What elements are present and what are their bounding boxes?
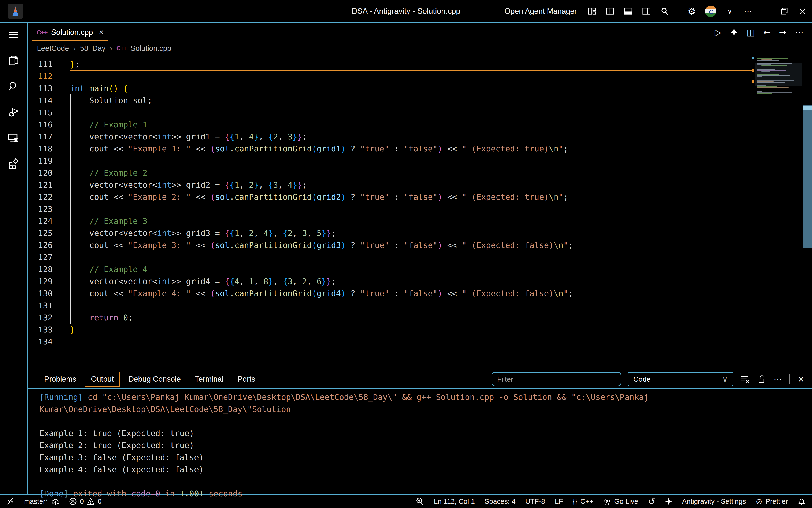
panel-tab-terminal[interactable]: Terminal xyxy=(189,372,229,386)
settings-gear-icon[interactable]: ⚙ xyxy=(687,6,697,16)
clear-output-icon[interactable] xyxy=(740,374,750,384)
customize-layout-icon[interactable] xyxy=(587,6,597,16)
line-number: 130 xyxy=(28,289,53,298)
chevron-down-icon[interactable]: ∨ xyxy=(725,6,734,16)
line-number: 134 xyxy=(28,337,53,346)
language-mode-status[interactable]: {} C++ xyxy=(573,498,593,505)
encoding-status[interactable]: UTF-8 xyxy=(525,498,545,505)
more-actions-icon[interactable]: ⋯ xyxy=(795,27,804,37)
eol-status[interactable]: LF xyxy=(555,498,563,505)
code-line: 122 cout << "Example 2: " << (sol.canPar… xyxy=(28,191,757,203)
problems-status[interactable]: 0 0 xyxy=(69,498,102,505)
code-line: 115 xyxy=(28,107,757,119)
line-number: 128 xyxy=(28,265,53,274)
tab-solution-cpp[interactable]: C++ Solution.cpp × xyxy=(32,24,108,41)
status-bar: master* 0 0 Ln 112, Col 1 Spaces: 4 UTF-… xyxy=(0,495,812,508)
close-panel-icon[interactable]: × xyxy=(796,374,806,384)
code-line: 120 // Example 2 xyxy=(28,167,757,179)
code-line: 113int main() { xyxy=(28,82,757,94)
panel-top-divider xyxy=(28,369,812,369)
output-line xyxy=(39,475,795,488)
restore-button[interactable] xyxy=(779,6,789,16)
line-number: 114 xyxy=(28,96,53,105)
breadcrumb-item[interactable]: Solution.cpp xyxy=(131,44,172,52)
line-number: 132 xyxy=(28,313,53,322)
code-line: 116 // Example 1 xyxy=(28,119,757,131)
toggle-bottom-panel-icon[interactable] xyxy=(623,6,633,16)
search-icon[interactable] xyxy=(660,6,670,16)
warnings-icon xyxy=(87,498,95,505)
panel-tab-debug-console[interactable]: Debug Console xyxy=(123,372,186,386)
remote-explorer-icon[interactable] xyxy=(7,132,20,144)
cpp-file-icon: C++ xyxy=(116,45,127,52)
code-editor[interactable]: 111};112113int main() {114 Solution sol;… xyxy=(28,58,757,348)
more-actions-icon[interactable]: ⋯ xyxy=(743,6,753,16)
zoom-indicator-icon[interactable] xyxy=(416,497,424,506)
output-line: Example 3: false (Expected: false) xyxy=(39,451,795,463)
indentation-status[interactable]: Spaces: 4 xyxy=(484,498,516,505)
panel-controls: Code ∨ ⋯ × xyxy=(491,370,806,388)
minimize-button[interactable]: – xyxy=(761,6,771,16)
code-line: 114 Solution sol; xyxy=(28,94,757,107)
breadcrumb-item[interactable]: 58_Day xyxy=(80,44,105,52)
code-line: 125 vector<vector<int>> grid3 = {{1, 2, … xyxy=(28,227,757,239)
timeline-history-icon[interactable]: ↺ xyxy=(648,496,655,507)
extensions-icon[interactable] xyxy=(7,158,20,170)
prettier-status[interactable]: ⊘ Prettier xyxy=(756,497,788,506)
line-number: 120 xyxy=(28,168,53,177)
run-file-icon[interactable]: ▷ xyxy=(715,27,721,37)
explorer-icon[interactable] xyxy=(7,54,20,67)
notifications-bell-icon[interactable] xyxy=(798,498,806,505)
git-branch-status[interactable]: master* xyxy=(24,497,60,506)
output-line xyxy=(39,415,795,427)
panel-header-divider xyxy=(28,388,812,389)
more-actions-icon[interactable]: ⋯ xyxy=(773,374,783,384)
output-console[interactable]: [Running] cd "c:\Users\Pankaj Kumar\OneD… xyxy=(39,391,795,500)
code-line: 119 xyxy=(28,155,757,167)
breadcrumb-item[interactable]: LeetCode xyxy=(37,44,69,52)
run-debug-icon[interactable] xyxy=(7,106,20,119)
code-line: 111}; xyxy=(28,58,757,70)
tab-label: Solution.cpp xyxy=(51,28,93,37)
publish-cloud-icon xyxy=(51,497,60,506)
toggle-right-panel-icon[interactable] xyxy=(641,6,651,16)
sparkle-icon[interactable] xyxy=(665,498,672,505)
split-editor-icon[interactable]: ◫ xyxy=(747,27,755,37)
ai-sparkle-icon[interactable] xyxy=(730,28,738,36)
panel-tab-problems[interactable]: Problems xyxy=(39,372,82,386)
panel-tab-output[interactable]: Output xyxy=(85,372,120,387)
minimap-slider[interactable] xyxy=(755,62,802,86)
navigate-forward-icon[interactable]: → xyxy=(779,27,786,37)
code-line: 131 xyxy=(28,299,757,311)
breadcrumb-separator: › xyxy=(74,44,76,52)
cursor-position-status[interactable]: Ln 112, Col 1 xyxy=(434,498,475,505)
code-line: 127 xyxy=(28,251,757,263)
line-number: 127 xyxy=(28,253,53,262)
go-live-button[interactable]: Go Live xyxy=(603,498,638,505)
antigravity-settings-button[interactable]: Antigravity - Settings xyxy=(682,498,746,505)
panel-separator xyxy=(789,374,790,384)
remote-indicator-icon[interactable] xyxy=(6,497,15,506)
line-number: 121 xyxy=(28,180,53,189)
prettier-icon: ⊘ xyxy=(756,497,763,506)
close-tab-icon[interactable]: × xyxy=(99,28,103,37)
lock-output-icon[interactable] xyxy=(756,374,766,384)
output-filter-input[interactable] xyxy=(491,372,621,386)
code-line: 133} xyxy=(28,324,757,336)
panel-tab-ports[interactable]: Ports xyxy=(232,372,261,386)
chevron-down-icon: ∨ xyxy=(722,375,728,383)
menu-hamburger-icon[interactable] xyxy=(7,28,20,41)
editor-scrollbar[interactable] xyxy=(803,104,812,248)
code-line: 121 vector<vector<int>> grid2 = {{1, 2},… xyxy=(28,179,757,191)
open-agent-manager-button[interactable]: Open Agent Manager xyxy=(505,7,577,16)
close-window-button[interactable] xyxy=(798,6,807,16)
account-avatar[interactable] xyxy=(705,5,716,17)
title-bar: DSA - Antigravity - Solution.cpp Open Ag… xyxy=(0,0,812,23)
code-line: 130 cout << "Example 4: " << (sol.canPar… xyxy=(28,287,757,299)
toggle-left-panel-icon[interactable] xyxy=(605,6,615,16)
navigate-back-icon[interactable]: ← xyxy=(763,27,771,37)
broadcast-icon xyxy=(603,498,611,505)
search-icon[interactable] xyxy=(7,80,20,93)
code-line: 132 return 0; xyxy=(28,311,757,324)
output-channel-dropdown[interactable]: Code ∨ xyxy=(628,372,733,386)
